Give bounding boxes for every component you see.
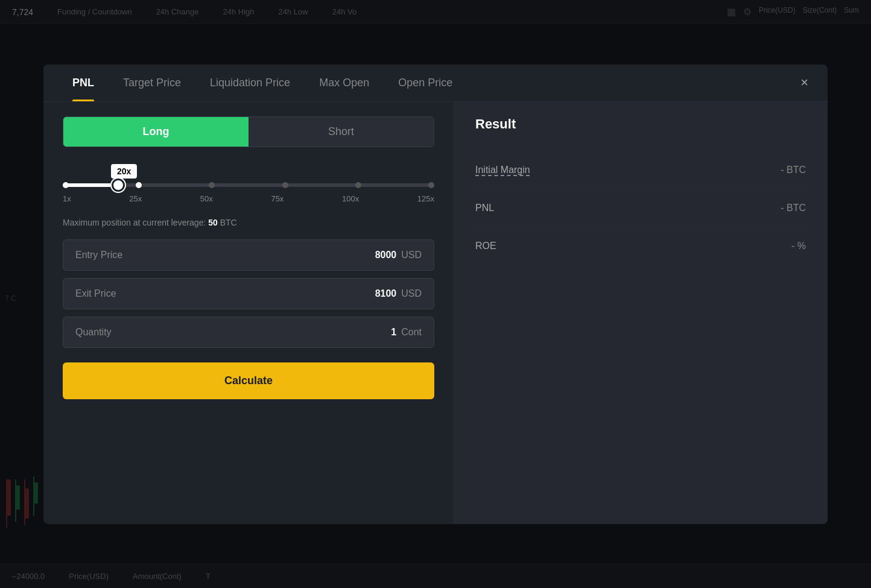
short-toggle-btn[interactable]: Short — [249, 117, 434, 147]
modal-body: Long Short 20x — [43, 102, 828, 524]
long-toggle-btn[interactable]: Long — [63, 117, 249, 147]
max-position-text: Maximum position at current leverage: 50… — [63, 218, 434, 227]
quantity-value: 1 — [391, 327, 396, 338]
entry-price-value-group: 8000 USD — [375, 250, 422, 261]
roe-label: ROE — [475, 241, 496, 251]
slider-dot-75x — [282, 182, 288, 188]
quantity-field[interactable]: Quantity 1 Cont — [63, 317, 434, 348]
slider-thumb[interactable] — [112, 179, 125, 192]
slider-dot-25x — [136, 182, 142, 188]
result-title: Result — [475, 116, 806, 132]
leverage-section: 20x 1x 25x 50x — [63, 164, 434, 203]
pnl-label: PNL — [475, 203, 494, 213]
tab-liquidation-price[interactable]: Liquidation Price — [195, 65, 305, 101]
leverage-labels: 1x 25x 50x 75x 100x 125x — [63, 194, 434, 203]
modal-header: PNL Target Price Liquidation Price Max O… — [43, 65, 828, 102]
leverage-slider-track — [63, 183, 434, 187]
leverage-label-1x: 1x — [63, 194, 71, 203]
result-row-roe: ROE - % — [475, 227, 806, 265]
slider-dot-100x — [355, 182, 361, 188]
entry-price-unit: USD — [401, 250, 422, 261]
entry-price-field[interactable]: Entry Price 8000 USD — [63, 239, 434, 271]
entry-price-label: Entry Price — [75, 250, 122, 261]
leverage-label-75x: 75x — [271, 194, 283, 203]
left-panel: Long Short 20x — [43, 102, 454, 524]
exit-price-unit: USD — [401, 288, 422, 299]
quantity-unit: Cont — [401, 327, 422, 338]
initial-margin-value: - BTC — [781, 165, 806, 175]
exit-price-value-group: 8100 USD — [375, 288, 422, 299]
result-row-pnl: PNL - BTC — [475, 189, 806, 227]
pnl-value: - BTC — [781, 203, 806, 213]
tab-pnl[interactable]: PNL — [58, 65, 109, 101]
entry-price-value: 8000 — [375, 250, 397, 261]
entry-price-group: Entry Price 8000 USD — [63, 239, 434, 271]
leverage-label-25x: 25x — [129, 194, 142, 203]
long-short-toggle: Long Short — [63, 116, 434, 147]
quantity-group: Quantity 1 Cont — [63, 317, 434, 348]
right-panel: Result Initial Margin - BTC PNL - BTC RO… — [454, 102, 828, 524]
slider-dot-125x — [428, 182, 434, 188]
exit-price-value: 8100 — [375, 288, 397, 299]
leverage-label-50x: 50x — [200, 194, 213, 203]
quantity-label: Quantity — [75, 327, 112, 338]
quantity-value-group: 1 Cont — [391, 327, 422, 338]
result-row-initial-margin: Initial Margin - BTC — [475, 151, 806, 189]
exit-price-field[interactable]: Exit Price 8100 USD — [63, 278, 434, 309]
pnl-calculator-modal: PNL Target Price Liquidation Price Max O… — [43, 65, 828, 524]
roe-value: - % — [791, 241, 806, 251]
slider-dot-50x — [209, 182, 215, 188]
tab-max-open[interactable]: Max Open — [305, 65, 384, 101]
calculate-button[interactable]: Calculate — [63, 362, 434, 399]
tab-open-price[interactable]: Open Price — [384, 65, 467, 101]
close-button[interactable]: × — [796, 71, 813, 94]
exit-price-label: Exit Price — [75, 288, 116, 299]
leverage-label-100x: 100x — [342, 194, 359, 203]
leverage-label-125x: 125x — [417, 194, 434, 203]
leverage-bubble: 20x — [111, 164, 137, 179]
tab-target-price[interactable]: Target Price — [109, 65, 195, 101]
slider-dot-1x — [63, 182, 69, 188]
initial-margin-label: Initial Margin — [475, 165, 530, 175]
exit-price-group: Exit Price 8100 USD — [63, 278, 434, 309]
